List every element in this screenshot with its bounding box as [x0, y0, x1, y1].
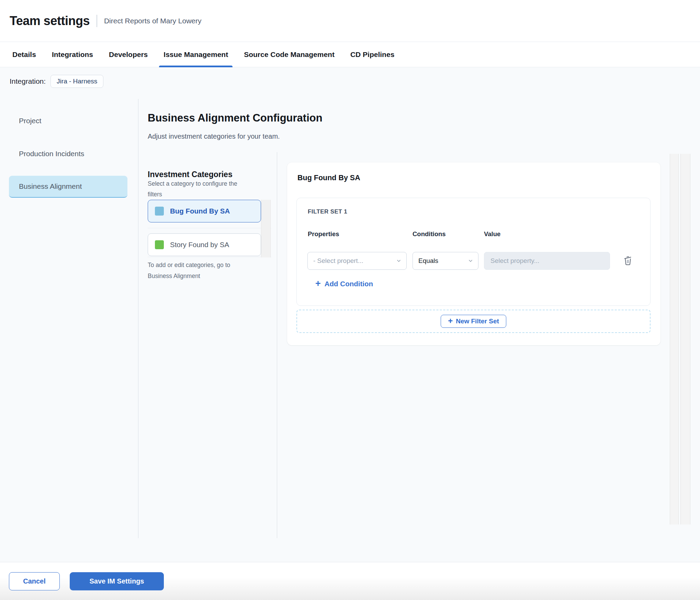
value-input[interactable]	[490, 257, 604, 265]
add-condition-label: Add Condition	[325, 280, 373, 288]
new-filter-set-label: New Filter Set	[456, 318, 499, 325]
new-filter-set-button[interactable]: + New Filter Set	[441, 315, 506, 328]
tab-details[interactable]: Details	[12, 42, 36, 67]
card-title: Bug Found By SA	[297, 174, 360, 182]
sidebar-item-project[interactable]: Project	[9, 110, 127, 132]
integration-chip[interactable]: Jira - Harness	[50, 75, 103, 88]
integration-label: Integration:	[10, 77, 46, 85]
category-row: Bug Found By SA	[148, 200, 271, 228]
categories-divider	[277, 152, 277, 538]
settings-footer: Cancel Save IM Settings	[0, 562, 700, 600]
chevron-down-icon	[396, 258, 402, 264]
save-im-settings-button[interactable]: Save IM Settings	[70, 572, 164, 590]
sidebar-item-production-incidents[interactable]: Production Incidents	[9, 143, 127, 165]
condition-select[interactable]: Equals	[413, 252, 478, 270]
section-subtitle: Adjust investment categories for your te…	[148, 132, 280, 140]
sidebar-divider	[138, 99, 138, 538]
categories-footnote: To add or edit categories, go to Busines…	[148, 259, 249, 281]
cancel-button[interactable]: Cancel	[9, 572, 60, 590]
tab-source-code-management[interactable]: Source Code Management	[244, 42, 335, 67]
category-list: Bug Found By SA Story Found by SA	[148, 200, 271, 257]
value-field-wrap	[484, 252, 610, 270]
plus-icon: +	[448, 318, 453, 324]
property-select[interactable]: - Select propert...	[307, 252, 407, 270]
trash-icon	[623, 254, 633, 267]
delete-condition-button[interactable]	[621, 252, 635, 269]
team-settings-page: Team settings Direct Reports of Mary Low…	[0, 0, 700, 600]
page-title: Team settings	[10, 14, 90, 28]
category-label: Story Found by SA	[170, 241, 229, 249]
filter-set-label: FILTER SET 1	[308, 208, 347, 215]
inner-scrollbar[interactable]	[680, 154, 690, 524]
chevron-down-icon	[468, 258, 473, 264]
tab-issue-management[interactable]: Issue Management	[163, 42, 228, 67]
category-color-swatch-blue	[155, 207, 164, 216]
tab-integrations[interactable]: Integrations	[52, 42, 93, 67]
category-list-scrollbar[interactable]	[261, 200, 271, 257]
category-config-card: Bug Found By SA FILTER SET 1 Properties …	[287, 162, 661, 345]
category-color-swatch-green	[155, 240, 164, 249]
outer-scrollbar[interactable]	[670, 154, 679, 524]
new-filter-set-dropzone: + New Filter Set	[296, 310, 651, 333]
sidebar-item-business-alignment[interactable]: Business Alignment	[9, 176, 127, 198]
tab-cd-pipelines[interactable]: CD Pipelines	[350, 42, 394, 67]
condition-select-value: Equals	[418, 257, 438, 265]
section-title: Business Alignment Configuration	[148, 112, 323, 124]
column-header-value: Value	[484, 230, 500, 238]
category-story-found-by-sa[interactable]: Story Found by SA	[148, 233, 261, 256]
property-select-placeholder: - Select propert...	[313, 257, 363, 265]
investment-categories-heading: Investment Categories	[148, 170, 233, 179]
investment-categories-hint: Select a category to configure the filte…	[148, 178, 247, 200]
tab-developers[interactable]: Developers	[109, 42, 148, 67]
title-separator	[97, 15, 97, 27]
page-header: Team settings Direct Reports of Mary Low…	[0, 0, 700, 42]
column-header-properties: Properties	[308, 230, 339, 238]
settings-tabbar: Details Integrations Developers Issue Ma…	[0, 42, 700, 67]
filter-set-1: FILTER SET 1 Properties Conditions Value…	[296, 198, 651, 306]
column-header-conditions: Conditions	[413, 230, 446, 238]
category-row: Story Found by SA	[148, 233, 271, 257]
category-label: Bug Found By SA	[170, 207, 230, 215]
integration-row: Integration: Jira - Harness	[10, 75, 103, 88]
category-bug-found-by-sa[interactable]: Bug Found By SA	[148, 200, 261, 222]
page-subtitle: Direct Reports of Mary Lowery	[104, 17, 202, 25]
add-condition-button[interactable]: + Add Condition	[315, 280, 373, 288]
plus-icon: +	[315, 280, 321, 287]
